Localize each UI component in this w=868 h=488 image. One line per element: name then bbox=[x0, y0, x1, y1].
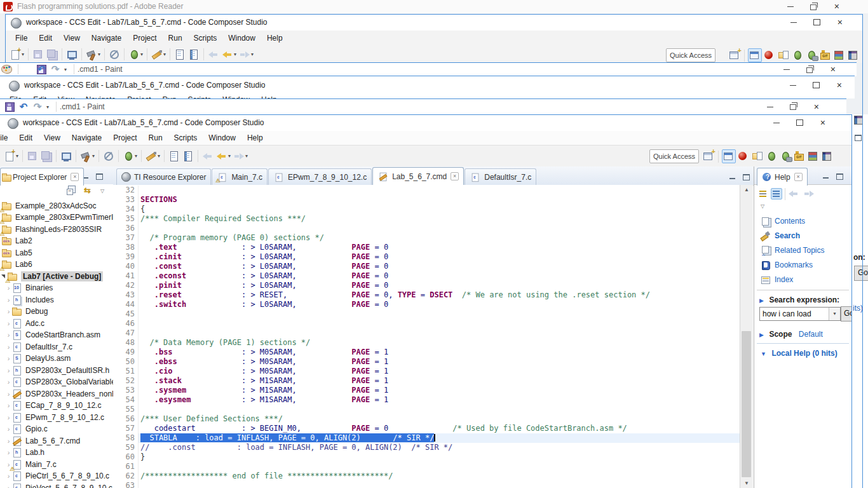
code-line-55[interactable]: 55 bbox=[113, 405, 740, 414]
code-line-36[interactable]: 36 bbox=[113, 224, 740, 233]
collapsed-arrow-icon[interactable]: › bbox=[6, 425, 11, 433]
debug-alt-perspective-button[interactable] bbox=[779, 150, 792, 163]
front-maximize-button[interactable] bbox=[789, 116, 810, 130]
paint-toolbar-dropdown-icon[interactable]: ▾ bbox=[46, 104, 49, 110]
tree-item-gpio-c[interactable]: ›Gpio.c bbox=[0, 423, 113, 435]
build-button[interactable]: ▾ bbox=[85, 48, 101, 61]
adobe-restore-button[interactable] bbox=[803, 0, 824, 13]
scrollbar-thumb[interactable] bbox=[742, 331, 751, 477]
menu-item-navigate[interactable]: Navigate bbox=[80, 93, 121, 98]
tree-item-debug[interactable]: ›Debug bbox=[0, 306, 113, 318]
code-line-38[interactable]: 38 .text : > L0SARAM, PAGE = 0 bbox=[113, 243, 740, 252]
ccs1-maximize-button[interactable] bbox=[806, 15, 827, 29]
code-line-41[interactable]: 41 .econst : > L0SARAM, PAGE = 0 bbox=[113, 271, 740, 281]
scroll-down-icon[interactable]: ▼ bbox=[740, 478, 753, 488]
project-explorer-tab[interactable]: Project Explorer × bbox=[0, 168, 84, 186]
menu-item-navigate[interactable]: Navigate bbox=[66, 132, 107, 144]
tree-item-lab6[interactable]: ⚠Lab6 bbox=[0, 259, 113, 271]
paint2-restore-button[interactable] bbox=[783, 100, 803, 114]
tree-item-adc-c[interactable]: ›Adc.c bbox=[0, 317, 113, 329]
scope-section[interactable]: ▶ Scope Default bbox=[759, 328, 823, 339]
cpp-perspective-button[interactable] bbox=[833, 49, 846, 62]
editor-tab-epwm-7-8-9-10-12-c[interactable]: EPwm_7_8_9_10_12.c bbox=[268, 168, 372, 185]
code-line-43[interactable]: 43 .reset : > RESET, PAGE = 0, TYPE = DS… bbox=[113, 290, 740, 300]
last-edit-location-button[interactable] bbox=[201, 150, 214, 163]
open-perspective-button[interactable] bbox=[728, 49, 741, 62]
code-line-47[interactable]: 47 bbox=[113, 329, 740, 338]
ccs1-minimize-button[interactable] bbox=[783, 15, 804, 29]
debug-button[interactable]: ▾ bbox=[122, 150, 138, 163]
new-file-button[interactable]: ▾ bbox=[3, 150, 19, 163]
front-minimize-button[interactable] bbox=[766, 116, 787, 130]
adobe-minimize-button[interactable] bbox=[780, 0, 801, 13]
tree-item-includes[interactable]: ›Includes bbox=[0, 294, 113, 306]
scope-default-link[interactable]: Default bbox=[799, 330, 823, 339]
tree-item-epwm-7-8-9-10-12-c[interactable]: ›EPwm_7_8_9_10_12.c bbox=[0, 411, 113, 423]
code-line-44[interactable]: 44 .switch : > L0SARAM, PAGE = 0 bbox=[113, 300, 740, 309]
paint-undo-icon[interactable]: ↶ bbox=[18, 101, 29, 112]
code-line-37[interactable]: 37 /* Program memory (PAGE 0) sections *… bbox=[113, 233, 740, 243]
cpp-perspective-button[interactable] bbox=[807, 150, 820, 163]
code-line-59[interactable]: 59// .const : load = INFLASH, PAGE = 0, … bbox=[113, 443, 740, 452]
last-edit-location-button[interactable] bbox=[207, 48, 220, 61]
tree-item-lab2[interactable]: ccsLab2 bbox=[0, 235, 113, 247]
collapsed-arrow-icon[interactable]: › bbox=[6, 296, 11, 304]
help-link-related-topics[interactable]: Related Topics bbox=[761, 245, 825, 255]
code-line-42[interactable]: 42 .pinit : > L0SARAM, PAGE = 0 bbox=[113, 281, 740, 290]
console-button[interactable] bbox=[182, 150, 194, 163]
code-line-52[interactable]: 52 .stack : > M1SARAM, PAGE = 1 bbox=[113, 376, 740, 386]
help-back-icon[interactable] bbox=[788, 188, 799, 200]
debug-alt-perspective-button[interactable] bbox=[805, 49, 818, 62]
tree-item-dsp2803x-globalvariabledefs-c[interactable]: ›DSP2803x_GlobalVariableDefs.c bbox=[0, 376, 113, 388]
front-quick-access-button[interactable]: Quick Access bbox=[649, 149, 699, 163]
tree-item-flashingleds-f28035sir[interactable]: ⚠FlashingLeds-F28035SIR bbox=[0, 223, 113, 235]
debug-perspective-button[interactable] bbox=[791, 49, 804, 62]
scroll-up-icon[interactable]: ▲ bbox=[740, 185, 753, 195]
collapse-all-icon[interactable] bbox=[66, 186, 76, 196]
menu-item-window[interactable]: Window bbox=[203, 132, 241, 144]
save-button[interactable] bbox=[26, 150, 39, 163]
save-all-button[interactable] bbox=[46, 48, 58, 61]
menu-item-view[interactable]: View bbox=[38, 132, 66, 144]
paint2-close-button[interactable]: × bbox=[806, 100, 827, 114]
code-line-56[interactable]: 56/*** User Defined Sections ***/ bbox=[113, 414, 740, 424]
ccs2-maximize-button[interactable] bbox=[806, 78, 826, 92]
maximize-editor-icon[interactable] bbox=[743, 174, 750, 180]
tree-item-lab5[interactable]: ccsLab5 bbox=[0, 247, 113, 259]
project-wizard-button[interactable] bbox=[751, 150, 764, 163]
collapsed-arrow-icon[interactable]: › bbox=[6, 484, 11, 488]
code-line-58[interactable]: 58 STABLA : load = INFLASH, PAGE = 0, AL… bbox=[113, 433, 740, 443]
code-line-45[interactable]: 45 bbox=[113, 309, 740, 319]
ccs1-quick-access-button[interactable]: Quick Access bbox=[666, 48, 715, 62]
ccs1-close-button[interactable]: × bbox=[830, 15, 850, 29]
tree-item-example-2803xepwmtimerint[interactable]: ⚠Example_2803xEPwmTimerInt bbox=[0, 212, 113, 224]
editor-vertical-scrollbar[interactable]: ▲ ▼ bbox=[740, 185, 753, 488]
menu-item-help[interactable]: Help bbox=[261, 32, 288, 44]
save-all-button[interactable] bbox=[40, 150, 53, 163]
help-link-index[interactable]: Index bbox=[761, 274, 793, 285]
help-forward-icon[interactable] bbox=[803, 188, 815, 200]
forward-button[interactable]: ▾ bbox=[238, 48, 254, 61]
build-config-button[interactable] bbox=[168, 150, 180, 163]
help-link-search[interactable]: Search bbox=[761, 231, 800, 241]
new-target-configuration-button[interactable] bbox=[60, 150, 72, 163]
flash-button[interactable]: ▾ bbox=[151, 48, 166, 61]
menu-item-scripts[interactable]: Scripts bbox=[188, 32, 223, 44]
ccs-simple-button[interactable] bbox=[737, 150, 750, 163]
ccs-edit-perspective-button[interactable] bbox=[748, 48, 762, 62]
menu-item-edit[interactable]: Edit bbox=[27, 93, 52, 98]
debug-perspective-button[interactable] bbox=[765, 150, 778, 163]
editor-tab-ti-resource-explorer[interactable]: TI Resource Explorer bbox=[116, 168, 211, 185]
collapsed-arrow-icon[interactable]: › bbox=[6, 414, 11, 421]
paint2-minimize-button[interactable] bbox=[760, 100, 780, 114]
menu-item-view[interactable]: View bbox=[58, 32, 86, 44]
help-link-bookmarks[interactable]: Bookmarks bbox=[761, 260, 813, 270]
collapsed-arrow-icon[interactable]: › bbox=[6, 331, 11, 339]
code-line-40[interactable]: 40 .const : > L0SARAM, PAGE = 0 bbox=[113, 262, 740, 271]
background-go-button[interactable]: Go bbox=[854, 266, 868, 281]
code-line-32[interactable]: 32 bbox=[113, 186, 740, 195]
paint1-restore-button[interactable] bbox=[799, 63, 820, 76]
menu-item-run[interactable]: Run bbox=[157, 93, 182, 98]
paint-redo-icon[interactable]: ↷ bbox=[50, 64, 61, 75]
console-button[interactable] bbox=[187, 48, 200, 61]
